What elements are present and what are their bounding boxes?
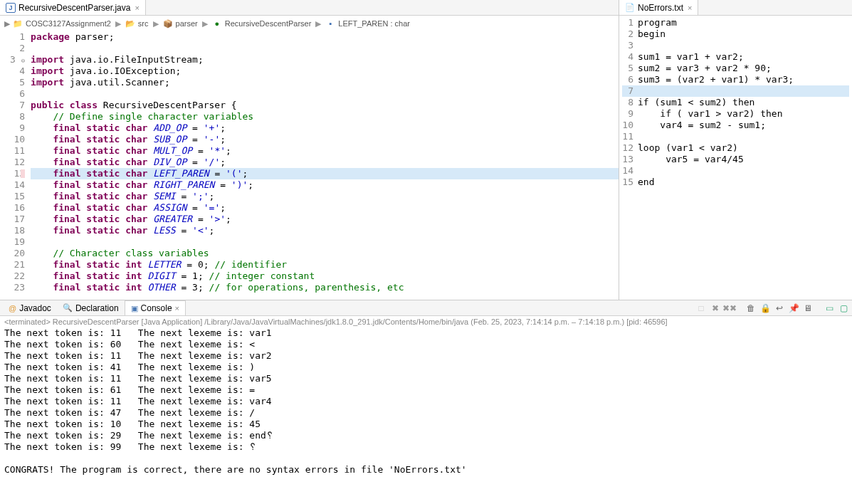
line-number-gutter: 123 ⊖4567891011121314151617181920212223 <box>0 31 31 300</box>
right-tab-bar: 📄 NoErrors.txt × <box>619 0 852 16</box>
folder-icon: 📂 <box>125 19 135 28</box>
chevron-right-icon: ▶ <box>115 19 121 28</box>
breadcrumb-member[interactable]: LEFT_PAREN : char <box>338 19 410 28</box>
pin-console-icon[interactable]: 📌 <box>788 303 799 314</box>
blank-icon[interactable]: □ <box>695 303 707 314</box>
java-code-editor[interactable]: 123 ⊖4567891011121314151617181920212223 … <box>0 31 619 300</box>
console-output[interactable]: The next token is: 11 The next lexeme is… <box>0 327 852 504</box>
close-icon[interactable]: × <box>135 4 139 12</box>
clear-console-icon[interactable]: 🗑 <box>745 303 757 314</box>
minimize-icon[interactable]: ▭ <box>824 303 835 314</box>
package-icon: 📦 <box>163 19 173 28</box>
chevron-right-icon[interactable]: ▶ <box>4 19 10 28</box>
tab-console[interactable]: ▣ Console × <box>125 300 186 315</box>
code-content[interactable]: package parser; import java.io.FileInput… <box>31 31 619 300</box>
text-editor[interactable]: 1program2begin3 4sum1 = var1 + var2;5sum… <box>619 16 852 189</box>
tab-declaration[interactable]: 🔍 Declaration <box>57 300 125 315</box>
left-editor-pane: J RecursiveDescentParser.java × ▶ 📁 COSC… <box>0 0 619 300</box>
remove-launch-icon[interactable]: ✖ <box>710 303 721 314</box>
project-icon: 📁 <box>13 19 23 28</box>
bottom-panel: @ Javadoc 🔍 Declaration ▣ Console × □ ✖ … <box>0 300 852 504</box>
breadcrumb-package[interactable]: parser <box>176 19 198 28</box>
remove-all-icon[interactable]: ✖✖ <box>724 303 735 314</box>
chevron-right-icon: ▶ <box>202 19 208 28</box>
close-icon[interactable]: × <box>688 4 692 12</box>
display-console-icon[interactable]: 🖥 <box>802 303 814 314</box>
scroll-lock-icon[interactable]: 🔒 <box>759 303 771 314</box>
tab-title: NoErrors.txt <box>638 3 683 13</box>
declaration-icon: 🔍 <box>63 303 73 313</box>
console-toolbar: □ ✖ ✖✖ 🗑 🔒 ↩ 📌 🖥 ▭ ▢ <box>695 303 849 314</box>
chevron-right-icon: ▶ <box>153 19 159 28</box>
console-icon: ▣ <box>131 304 138 313</box>
tab-javadoc[interactable]: @ Javadoc <box>3 300 57 315</box>
breadcrumb-project[interactable]: COSC3127Assignment2 <box>26 19 111 28</box>
chevron-right-icon: ▶ <box>315 19 321 28</box>
right-editor-pane: 📄 NoErrors.txt × 1program2begin3 4sum1 =… <box>619 0 852 300</box>
breadcrumb-src[interactable]: src <box>138 19 149 28</box>
maximize-icon[interactable]: ▢ <box>838 303 849 314</box>
tab-label: Declaration <box>75 303 119 313</box>
breadcrumb: ▶ 📁 COSC3127Assignment2 ▶ 📂 src ▶ 📦 pars… <box>0 16 619 31</box>
left-tab-bar: J RecursiveDescentParser.java × <box>0 0 619 16</box>
close-icon[interactable]: × <box>175 304 179 313</box>
views-tab-bar: @ Javadoc 🔍 Declaration ▣ Console × □ ✖ … <box>0 300 852 316</box>
class-icon: ● <box>212 19 222 28</box>
text-file-icon: 📄 <box>625 3 635 13</box>
breadcrumb-class[interactable]: RecursiveDescentParser <box>225 19 312 28</box>
field-icon: ▪ <box>325 19 335 28</box>
word-wrap-icon[interactable]: ↩ <box>774 303 785 314</box>
tab-title: RecursiveDescentParser.java <box>19 3 130 13</box>
java-file-icon: J <box>6 3 16 13</box>
tab-label: Console <box>141 303 172 313</box>
tab-text-file[interactable]: 📄 NoErrors.txt × <box>619 0 698 15</box>
console-status: <terminated> RecursiveDescentParser [Jav… <box>0 316 852 327</box>
tab-label: Javadoc <box>19 303 51 313</box>
tab-java-file[interactable]: J RecursiveDescentParser.java × <box>0 0 146 15</box>
javadoc-icon: @ <box>9 304 16 313</box>
